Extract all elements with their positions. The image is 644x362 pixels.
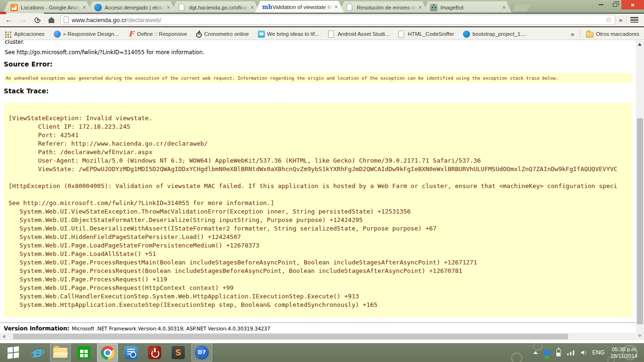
tab-imagebot[interactable]: ImageBot ×: [422, 1, 512, 13]
tab-close-icon[interactable]: ×: [165, 4, 172, 11]
start-button[interactable]: [3, 344, 24, 362]
bookmarks-overflow-chevron[interactable]: »: [571, 31, 574, 38]
dropbox-icon[interactable]: [543, 348, 552, 357]
internet-explorer-icon: e: [33, 346, 41, 359]
bookmarks-divider: [580, 30, 580, 38]
more-info-line: See http://go.microsoft.com/fwlink/?Link…: [5, 49, 204, 56]
scroll-down-arrow[interactable]: [638, 335, 642, 337]
clock-time: 05:30 p.m.: [611, 346, 637, 353]
tab-resolucion-errores[interactable]: Resolución de errores de c ×: [339, 1, 428, 13]
tab-title: Locations - Google Analyt: [21, 5, 81, 10]
bookmark-star-icon[interactable]: ☆: [605, 15, 611, 25]
bookmark-aplicaciones[interactable]: Aplicaciones: [5, 31, 45, 38]
tab-title: Validation of viewstate MA: [272, 4, 333, 10]
network-signal-icon[interactable]: [567, 350, 575, 355]
chrome-icon: [101, 346, 115, 360]
power-plug-icon[interactable]: [556, 349, 561, 356]
extensions-overflow-chevron[interactable]: »: [619, 16, 622, 24]
bookmark-html-codesniffer[interactable]: HTML_CodeSniffer: [398, 31, 454, 38]
other-bookmarks-folder[interactable]: Otros marcadores: [586, 31, 639, 38]
tab-dgt-hacienda[interactable]: dgt.hacienda.go.cr/oficina ×: [171, 1, 260, 13]
taskbar-power-tool[interactable]: [144, 344, 165, 362]
bookmark-label: Define :: Responsive: [137, 31, 187, 37]
bookmark-label: We bring ideas to lif...: [267, 31, 319, 37]
tab-close-icon[interactable]: ×: [417, 4, 423, 11]
page-icon: [328, 31, 334, 38]
sublime-text-icon: S: [172, 346, 185, 359]
taskbar-windows-store[interactable]: [74, 344, 94, 362]
horizontal-scrollbar-thumb[interactable]: [13, 334, 568, 339]
d7-app-icon: D7: [195, 346, 209, 360]
tab-google-analytics[interactable]: Locations - Google Analyt ×: [3, 1, 92, 13]
drupal-icon: [94, 4, 102, 11]
scroll-left-arrow[interactable]: [2, 335, 5, 338]
page-icon: [398, 31, 404, 38]
taskbar-google-chrome[interactable]: [97, 344, 118, 362]
taskbar-d7-app[interactable]: D7: [191, 344, 212, 362]
windows-store-icon: [77, 346, 91, 359]
bookmark-label: Android Asset Studi...: [338, 31, 389, 37]
bookmark-define-responsive[interactable]: FDefine :: Responsive: [128, 31, 187, 38]
bookmark-label: HTML_CodeSniffer: [408, 31, 454, 37]
new-tab-button[interactable]: [512, 4, 531, 11]
version-label: Version Information:: [4, 325, 69, 332]
bookmark-bootstrap-project[interactable]: bootstrap_project_1....: [463, 31, 526, 38]
forward-button[interactable]: →: [18, 15, 28, 25]
bookmark-label: Aplicaciones: [14, 31, 45, 37]
apps-grid-icon: [5, 31, 12, 38]
restore-icon: [613, 3, 617, 7]
blue-circle-icon: [54, 31, 61, 38]
bookmark-label: Cronometro online: [204, 31, 249, 37]
url-path: /declaraweb/: [126, 16, 161, 24]
bookmark-responsive-design[interactable]: » Responsive Design...: [54, 31, 119, 38]
version-information: Version Information:Microsoft .NET Frame…: [4, 325, 270, 332]
bookmark-cronometro[interactable]: Cronometro online: [196, 31, 249, 38]
taskbar-system-tool[interactable]: [121, 344, 141, 362]
taskbar-sublime-text[interactable]: S: [168, 344, 189, 362]
tab-close-icon[interactable]: ×: [333, 4, 339, 10]
power-button-icon: [148, 346, 161, 359]
vertical-scrollbar[interactable]: [636, 40, 644, 340]
tab-acceso-denegado[interactable]: Acceso denegado | elciud ×: [87, 1, 176, 13]
screen: Locations - Google Analyt × Acceso deneg…: [0, 0, 644, 362]
tab-close-icon[interactable]: ×: [81, 4, 88, 11]
url-host: www.hacienda.go.cr: [72, 16, 126, 24]
source-error-heading: Source Error:: [4, 60, 53, 68]
page-security-icon[interactable]: [64, 16, 69, 23]
window-controls: ×: [594, 0, 644, 9]
close-button[interactable]: ×: [621, 0, 644, 9]
tab-close-icon[interactable]: ×: [501, 4, 507, 11]
address-bar[interactable]: www.hacienda.go.cr/declaraweb/ ☆: [60, 15, 615, 25]
language-indicator[interactable]: ENG: [592, 349, 604, 356]
taskbar-clock[interactable]: 05:30 p.m. 28/11/2014: [611, 346, 637, 359]
tab-title: dgt.hacienda.go.cr/oficina: [189, 5, 249, 10]
browser-window: Locations - Google Analyt × Acceso deneg…: [0, 0, 644, 343]
page-content: cluster. See http://go.microsoft.com/fwl…: [0, 40, 644, 343]
navigation-toolbar: ← → www.hacienda.go.cr/declaraweb/ ☆ »: [0, 13, 644, 27]
restore-button[interactable]: [608, 0, 621, 9]
minimize-button[interactable]: [594, 0, 608, 9]
reload-button[interactable]: [32, 15, 42, 25]
taskbar-apps: e S D7: [3, 343, 212, 362]
vertical-scrollbar-thumb[interactable]: [637, 118, 643, 324]
home-button[interactable]: [46, 15, 57, 25]
back-button[interactable]: ←: [4, 15, 14, 25]
system-tray: ENG 05:30 p.m. 28/11/2014: [533, 346, 641, 359]
reload-icon: [33, 16, 41, 24]
taskbar-internet-explorer[interactable]: e: [26, 344, 47, 362]
clock-date: 28/11/2014: [611, 353, 637, 359]
volume-icon[interactable]: [581, 350, 586, 355]
tab-validation-viewstate[interactable]: mh Validation of viewstate MA ×: [255, 1, 344, 13]
tab-close-icon[interactable]: ×: [249, 4, 256, 11]
horizontal-scrollbar[interactable]: [0, 333, 636, 340]
scroll-up-arrow[interactable]: [638, 43, 642, 46]
tab-title: ImageBot: [440, 5, 501, 10]
taskbar-file-explorer[interactable]: [50, 344, 71, 362]
minimize-icon: [599, 4, 603, 5]
hidden-icons-arrow[interactable]: [533, 351, 538, 354]
other-bookmarks-label: Otros marcadores: [596, 31, 639, 37]
bookmark-we-bring-ideas[interactable]: We bring ideas to lif...: [258, 31, 319, 38]
bookmark-android-asset[interactable]: Android Asset Studi...: [328, 31, 389, 38]
chrome-menu-icon[interactable]: [630, 17, 638, 23]
bookmarks-bar: Aplicaciones » Responsive Design... FDef…: [0, 28, 644, 40]
